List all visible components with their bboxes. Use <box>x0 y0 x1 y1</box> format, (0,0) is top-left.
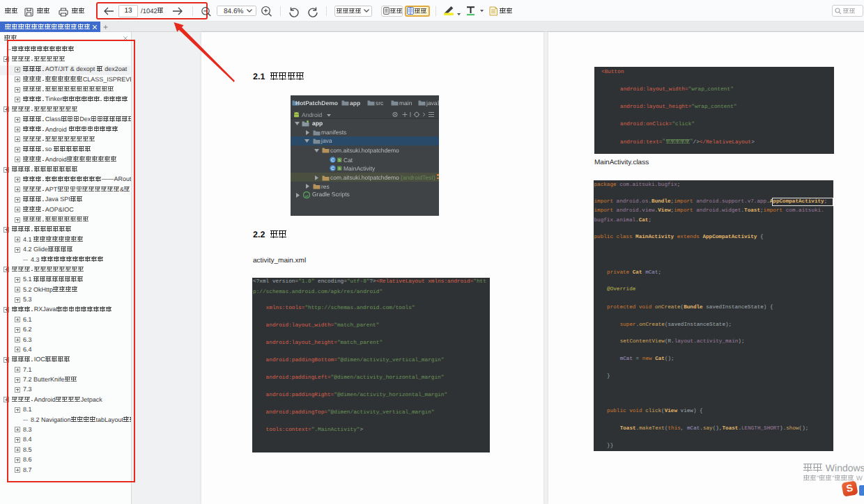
svg-text:C: C <box>331 158 334 163</box>
svg-text:b: b <box>339 167 341 171</box>
svg-text:C: C <box>331 166 334 171</box>
svg-text:b: b <box>339 159 341 163</box>
